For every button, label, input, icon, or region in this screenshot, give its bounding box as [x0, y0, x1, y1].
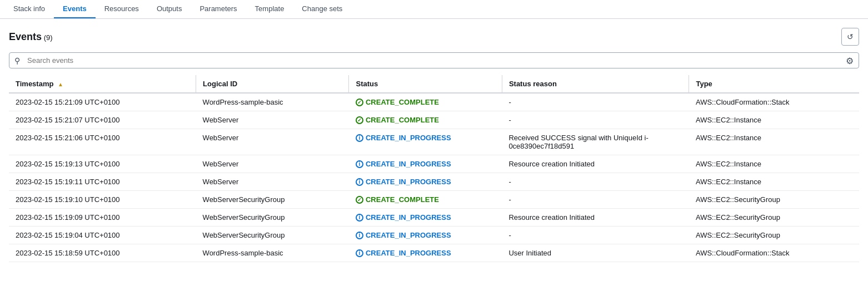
col-header-timestamp[interactable]: Timestamp ▲ — [9, 75, 196, 93]
table-row: 2023-02-15 15:19:10 UTC+0100WebServerSec… — [9, 191, 859, 209]
cell-logicalid-8: WordPress-sample-basic — [196, 244, 349, 262]
status-link[interactable]: CREATE_IN_PROGRESS — [366, 178, 451, 186]
cell-status-7[interactable]: iCREATE_IN_PROGRESS — [349, 227, 502, 244]
cell-status-4[interactable]: iCREATE_IN_PROGRESS — [349, 173, 502, 191]
status-inprogress-icon: i — [356, 178, 363, 186]
status-inprogress-icon: i — [356, 134, 363, 142]
cell-type-7: AWS::EC2::SecurityGroup — [689, 227, 859, 244]
status-link[interactable]: CREATE_IN_PROGRESS — [366, 231, 451, 239]
cell-timestamp-6: 2023-02-15 15:19:09 UTC+0100 — [9, 209, 196, 227]
status-inprogress-icon: i — [356, 214, 363, 222]
tab-parameters[interactable]: Parameters — [191, 0, 246, 18]
col-header-logicalid: Logical ID — [196, 75, 349, 93]
cell-logicalid-0: WordPress-sample-basic — [196, 93, 349, 111]
table-header-row: Timestamp ▲ Logical ID Status Status rea… — [9, 75, 859, 93]
status-link[interactable]: CREATE_IN_PROGRESS — [366, 134, 451, 142]
cell-type-5: AWS::EC2::SecurityGroup — [689, 191, 859, 209]
cell-statusreason-4: - — [502, 173, 689, 191]
cell-timestamp-4: 2023-02-15 15:19:11 UTC+0100 — [9, 173, 196, 191]
status-inprogress-icon: i — [356, 249, 363, 257]
cell-statusreason-3: Resource creation Initiated — [502, 155, 689, 173]
events-title: Events — [9, 31, 42, 42]
search-input[interactable] — [9, 52, 859, 68]
cell-status-3[interactable]: iCREATE_IN_PROGRESS — [349, 155, 502, 173]
cell-logicalid-5: WebServerSecurityGroup — [196, 191, 349, 209]
table-row: 2023-02-15 15:21:07 UTC+0100WebServer✓CR… — [9, 111, 859, 129]
table-row: 2023-02-15 15:18:59 UTC+0100WordPress-sa… — [9, 244, 859, 262]
search-container: ⚲ ⚙ — [9, 52, 859, 68]
cell-timestamp-8: 2023-02-15 15:18:59 UTC+0100 — [9, 244, 196, 262]
cell-timestamp-5: 2023-02-15 15:19:10 UTC+0100 — [9, 191, 196, 209]
cell-statusreason-1: - — [502, 111, 689, 129]
cell-type-8: AWS::CloudFormation::Stack — [689, 244, 859, 262]
status-link[interactable]: CREATE_COMPLETE — [366, 116, 439, 124]
cell-status-0[interactable]: ✓CREATE_COMPLETE — [349, 93, 502, 111]
status-inprogress-icon: i — [356, 232, 363, 239]
cell-timestamp-2: 2023-02-15 15:21:06 UTC+0100 — [9, 129, 196, 155]
cell-timestamp-7: 2023-02-15 15:19:04 UTC+0100 — [9, 227, 196, 244]
status-link[interactable]: CREATE_IN_PROGRESS — [366, 213, 451, 222]
tab-resources[interactable]: Resources — [96, 0, 148, 18]
cell-timestamp-3: 2023-02-15 15:19:13 UTC+0100 — [9, 155, 196, 173]
search-icon: ⚲ — [14, 56, 20, 65]
table-row: 2023-02-15 15:19:11 UTC+0100WebServeriCR… — [9, 173, 859, 191]
sort-icon-timestamp: ▲ — [58, 81, 63, 87]
cell-statusreason-2: Received SUCCESS signal with UniqueId i-… — [502, 129, 689, 155]
events-header: Events (9) ↺ — [9, 28, 859, 46]
cell-statusreason-7: - — [502, 227, 689, 244]
settings-icon[interactable]: ⚙ — [846, 55, 854, 66]
cell-status-8[interactable]: iCREATE_IN_PROGRESS — [349, 244, 502, 262]
table-row: 2023-02-15 15:19:04 UTC+0100WebServerSec… — [9, 227, 859, 244]
cell-timestamp-1: 2023-02-15 15:21:07 UTC+0100 — [9, 111, 196, 129]
cell-logicalid-7: WebServerSecurityGroup — [196, 227, 349, 244]
cell-status-1[interactable]: ✓CREATE_COMPLETE — [349, 111, 502, 129]
main-content: Events (9) ↺ ⚲ ⚙ Timestamp ▲ Logical ID … — [0, 19, 868, 271]
tab-events[interactable]: Events — [54, 0, 96, 18]
cell-logicalid-4: WebServer — [196, 173, 349, 191]
status-link[interactable]: CREATE_IN_PROGRESS — [366, 249, 451, 257]
cell-type-1: AWS::EC2::Instance — [689, 111, 859, 129]
cell-statusreason-0: - — [502, 93, 689, 111]
table-row: 2023-02-15 15:19:13 UTC+0100WebServeriCR… — [9, 155, 859, 173]
status-complete-icon: ✓ — [356, 116, 363, 124]
tab-stack-info[interactable]: Stack info — [4, 0, 54, 18]
cell-type-4: AWS::EC2::Instance — [689, 173, 859, 191]
cell-logicalid-3: WebServer — [196, 155, 349, 173]
cell-type-2: AWS::EC2::Instance — [689, 129, 859, 155]
events-table: Timestamp ▲ Logical ID Status Status rea… — [9, 75, 859, 262]
status-inprogress-icon: i — [356, 160, 363, 168]
events-title-container: Events (9) — [9, 31, 53, 43]
status-link[interactable]: CREATE_IN_PROGRESS — [366, 160, 451, 168]
table-row: 2023-02-15 15:21:06 UTC+0100WebServeriCR… — [9, 129, 859, 155]
status-link[interactable]: CREATE_COMPLETE — [366, 98, 439, 106]
cell-type-0: AWS::CloudFormation::Stack — [689, 93, 859, 111]
refresh-button[interactable]: ↺ — [841, 28, 859, 46]
cell-type-3: AWS::EC2::Instance — [689, 155, 859, 173]
tab-outputs[interactable]: Outputs — [148, 0, 191, 18]
status-complete-icon: ✓ — [356, 196, 363, 204]
cell-logicalid-2: WebServer — [196, 129, 349, 155]
col-header-status: Status — [349, 75, 502, 93]
cell-logicalid-1: WebServer — [196, 111, 349, 129]
cell-statusreason-8: User Initiated — [502, 244, 689, 262]
tab-change-sets[interactable]: Change sets — [293, 0, 351, 18]
col-header-type: Type — [689, 75, 859, 93]
events-count-val: (9) — [44, 33, 53, 42]
cell-status-2[interactable]: iCREATE_IN_PROGRESS — [349, 129, 502, 155]
status-link[interactable]: CREATE_COMPLETE — [366, 195, 439, 204]
table-row: 2023-02-15 15:21:09 UTC+0100WordPress-sa… — [9, 93, 859, 111]
col-header-statusreason: Status reason — [502, 75, 689, 93]
cell-logicalid-6: WebServerSecurityGroup — [196, 209, 349, 227]
cell-statusreason-5: - — [502, 191, 689, 209]
tab-template[interactable]: Template — [246, 0, 293, 18]
tabs-bar: Stack info Events Resources Outputs Para… — [0, 0, 868, 19]
cell-type-6: AWS::EC2::SecurityGroup — [689, 209, 859, 227]
cell-status-6[interactable]: iCREATE_IN_PROGRESS — [349, 209, 502, 227]
cell-status-5[interactable]: ✓CREATE_COMPLETE — [349, 191, 502, 209]
status-complete-icon: ✓ — [356, 99, 363, 106]
cell-statusreason-6: Resource creation Initiated — [502, 209, 689, 227]
table-row: 2023-02-15 15:19:09 UTC+0100WebServerSec… — [9, 209, 859, 227]
cell-timestamp-0: 2023-02-15 15:21:09 UTC+0100 — [9, 93, 196, 111]
